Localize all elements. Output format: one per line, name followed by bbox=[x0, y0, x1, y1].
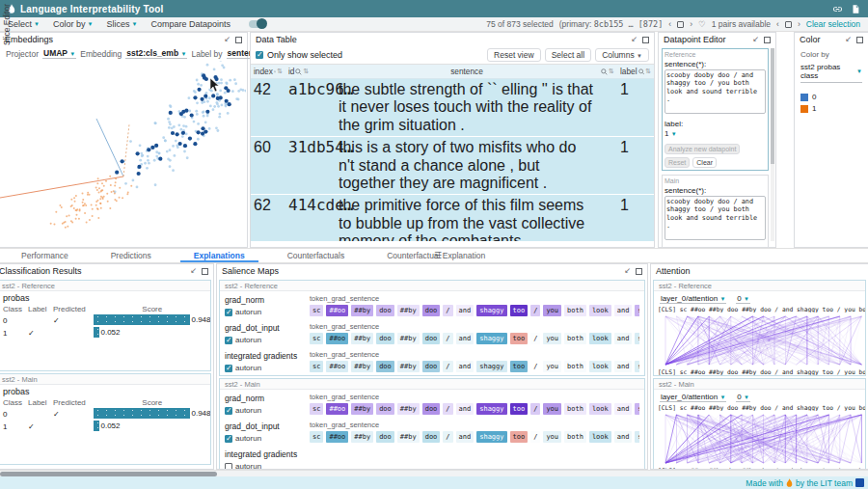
embedding-scatter-plot[interactable] bbox=[0, 61, 246, 244]
prev-pair-button[interactable]: ‹ bbox=[776, 19, 779, 29]
salience-token[interactable]: sound bbox=[635, 361, 639, 372]
column-header-id[interactable]: id⇅ bbox=[285, 65, 336, 78]
salience-token[interactable]: / bbox=[443, 333, 452, 344]
sentence-textarea[interactable]: scooby dooby doo / and shaggy too / you … bbox=[665, 196, 766, 240]
salience-token[interactable]: and bbox=[614, 403, 633, 415]
salience-token[interactable]: look bbox=[589, 333, 611, 344]
embedding-select[interactable]: sst2:cls_emb ▼ bbox=[125, 48, 187, 59]
salience-token[interactable]: / bbox=[530, 431, 540, 443]
salience-token[interactable]: sc bbox=[310, 305, 323, 316]
reset-view-button[interactable]: Reset view bbox=[487, 48, 541, 62]
salience-token[interactable]: both bbox=[564, 403, 586, 415]
vertical-scrollbar[interactable] bbox=[771, 48, 774, 241]
layer-select[interactable]: layer_0/attention ▼ bbox=[660, 294, 726, 304]
salience-token[interactable]: both bbox=[564, 431, 586, 443]
minimize-icon[interactable]: ↙ bbox=[624, 267, 631, 275]
salience-token[interactable]: sound bbox=[635, 333, 639, 344]
tab-explanations[interactable]: Explanations bbox=[173, 249, 266, 262]
sentence-search[interactable]: ⇅ bbox=[598, 65, 617, 78]
salience-token[interactable]: too bbox=[510, 431, 529, 443]
salience-token[interactable]: doo bbox=[422, 361, 441, 372]
salience-token[interactable]: / bbox=[530, 305, 540, 316]
maximize-icon[interactable] bbox=[202, 268, 208, 275]
salience-token[interactable]: ##by bbox=[351, 333, 373, 344]
salience-token[interactable]: shaggy bbox=[476, 403, 506, 415]
salience-token[interactable]: ##by bbox=[397, 333, 420, 344]
salience-token[interactable]: ##by bbox=[351, 305, 373, 316]
column-header-label[interactable]: label⇅ bbox=[617, 65, 654, 78]
salience-token[interactable]: / bbox=[530, 333, 540, 344]
slices-menu[interactable]: Slices▼ bbox=[106, 19, 137, 29]
sentence-textarea[interactable]: scooby dooby doo / and shaggy too / you … bbox=[665, 69, 766, 114]
minimize-icon[interactable]: ↙ bbox=[631, 36, 637, 43]
clear-selection-button[interactable]: Clear selection bbox=[806, 19, 860, 29]
select-menu[interactable]: Select▼ bbox=[8, 19, 40, 29]
salience-token[interactable]: doo bbox=[376, 305, 394, 316]
salience-token[interactable]: too bbox=[510, 305, 529, 316]
column-header-index[interactable]: index⇅ bbox=[251, 65, 285, 78]
prev-datapoint-button[interactable]: ‹ bbox=[668, 19, 671, 29]
projector-select[interactable]: UMAP ▼ bbox=[42, 48, 76, 59]
salience-token[interactable]: / bbox=[443, 431, 452, 443]
color-by-select[interactable]: sst2 probas class▼ bbox=[800, 61, 862, 83]
salience-token[interactable]: and bbox=[614, 305, 633, 316]
maximize-icon[interactable] bbox=[636, 268, 642, 275]
salience-token[interactable]: sc bbox=[310, 431, 323, 443]
salience-token[interactable]: / bbox=[443, 403, 452, 415]
salience-token[interactable]: and bbox=[456, 305, 475, 316]
docs-icon[interactable] bbox=[851, 4, 860, 14]
drag-handle-icon[interactable]: ☰ bbox=[434, 254, 442, 258]
salience-token[interactable]: ##oo bbox=[326, 431, 348, 443]
salience-token[interactable]: shaggy bbox=[476, 431, 506, 443]
salience-token[interactable]: and bbox=[614, 333, 633, 344]
salience-token[interactable]: shaggy bbox=[476, 305, 506, 316]
table-row[interactable]: 42a1bc96…the subtle strength of `` ellin… bbox=[251, 79, 654, 137]
salience-token[interactable]: too bbox=[510, 361, 529, 372]
only-show-selected-checkbox[interactable] bbox=[256, 51, 263, 59]
salience-token[interactable]: ##by bbox=[351, 361, 373, 372]
column-header-sentence[interactable]: sentence bbox=[336, 65, 598, 78]
tab-predictions[interactable]: Predictions bbox=[90, 249, 173, 262]
salience-token[interactable]: sound bbox=[635, 431, 639, 443]
autorun-checkbox[interactable] bbox=[225, 365, 232, 372]
autorun-checkbox[interactable] bbox=[225, 309, 232, 316]
maximize-icon[interactable] bbox=[235, 37, 242, 43]
autorun-checkbox[interactable] bbox=[225, 407, 232, 415]
maximize-icon[interactable] bbox=[642, 37, 649, 43]
salience-token[interactable]: sc bbox=[310, 361, 323, 372]
salience-token[interactable]: / bbox=[443, 361, 452, 372]
table-row[interactable]: 62414cde…the primitive force of this fil… bbox=[251, 195, 654, 241]
focus-datapoint-icon[interactable] bbox=[677, 21, 684, 28]
tab-performance[interactable]: Performance bbox=[0, 249, 90, 262]
label-select[interactable]: 1 ▼ bbox=[665, 129, 766, 138]
salience-token[interactable]: too bbox=[510, 333, 529, 344]
minimize-icon[interactable]: ↙ bbox=[190, 267, 197, 275]
layer-select[interactable]: layer_0/attention ▼ bbox=[660, 393, 726, 402]
reset-button[interactable]: Reset bbox=[665, 157, 690, 168]
sort-icon[interactable]: ⇅ bbox=[303, 68, 309, 75]
salience-token[interactable]: sc bbox=[310, 333, 323, 344]
salience-token[interactable]: ##oo bbox=[326, 361, 348, 372]
salience-token[interactable]: and bbox=[456, 431, 475, 443]
salience-token[interactable]: doo bbox=[376, 403, 394, 415]
clear-button[interactable]: Clear bbox=[692, 157, 717, 168]
salience-token[interactable]: ##by bbox=[351, 431, 373, 443]
sort-icon[interactable]: ⇅ bbox=[609, 68, 614, 75]
salience-token[interactable]: doo bbox=[376, 431, 394, 443]
favorite-icon[interactable]: ♡ bbox=[698, 19, 706, 29]
next-pair-button[interactable]: › bbox=[798, 19, 800, 29]
tab-counterfactuals[interactable]: Counterfactuals bbox=[266, 249, 366, 262]
salience-token[interactable]: sound bbox=[635, 403, 639, 415]
salience-token[interactable]: doo bbox=[422, 403, 441, 415]
maximize-icon[interactable] bbox=[856, 37, 863, 43]
salience-token[interactable]: both bbox=[564, 305, 586, 316]
select-all-button[interactable]: Select all bbox=[545, 48, 592, 62]
salience-token[interactable]: doo bbox=[376, 333, 394, 344]
salience-token[interactable]: ##by bbox=[397, 305, 420, 316]
salience-token[interactable]: / bbox=[530, 403, 540, 415]
sort-icon[interactable]: ⇅ bbox=[277, 68, 283, 75]
salience-token[interactable]: shaggy bbox=[476, 333, 506, 344]
autorun-checkbox[interactable] bbox=[225, 463, 232, 470]
salience-token[interactable]: both bbox=[564, 361, 586, 372]
sort-icon[interactable]: ⇅ bbox=[645, 68, 651, 75]
